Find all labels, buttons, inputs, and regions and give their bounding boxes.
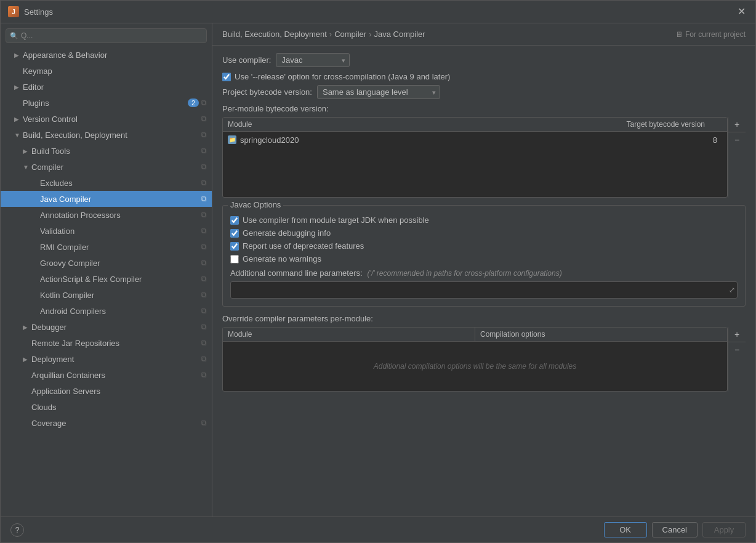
help-button[interactable]: ? <box>10 523 24 537</box>
release-option-label: Use '--release' option for cross-compila… <box>235 72 450 81</box>
table-header: Module Target bytecode version <box>223 118 727 132</box>
report-deprecated-label: Report use of deprecated features <box>243 241 364 251</box>
copy-icon: ⧉ <box>201 291 207 299</box>
override-body: Additional compilation options will be t… <box>223 342 727 391</box>
cmd-params-section: Additional command line parameters: ('/'… <box>230 268 738 299</box>
copy-icon: ⧉ <box>201 307 207 315</box>
override-table-actions: + − <box>728 327 746 392</box>
sidebar-item-arquillian[interactable]: Arquillian Containers ⧉ <box>1 367 212 383</box>
row-module: 📁 springcloud2020 <box>228 135 624 145</box>
report-deprecated-row: Report use of deprecated features <box>230 241 738 251</box>
sidebar-item-plugins[interactable]: Plugins 2 ⧉ <box>1 95 212 111</box>
footer-right: OK Cancel Apply <box>604 522 746 537</box>
expand-arrow: ▶ <box>14 52 23 58</box>
sidebar-item-actionscript[interactable]: ActionScript & Flex Compiler ⧉ <box>1 271 212 287</box>
module-icon: 📁 <box>228 135 236 144</box>
release-option-checkbox[interactable] <box>222 73 231 81</box>
cmd-label-row: Additional command line parameters: ('/'… <box>230 268 738 278</box>
expand-button[interactable]: ⤢ <box>729 286 735 294</box>
apply-button[interactable]: Apply <box>702 522 746 537</box>
sidebar-item-rmi-compiler[interactable]: RMI Compiler ⧉ <box>1 239 212 255</box>
sidebar-item-label: Clouds <box>31 403 207 412</box>
sidebar-item-keymap[interactable]: Keymap <box>1 63 212 79</box>
project-icon: 🖥 <box>675 30 683 39</box>
expand-arrow: ▶ <box>23 324 31 331</box>
sidebar-item-label: Excludes <box>40 179 199 188</box>
override-table: Module Compilation options Additional co… <box>222 327 728 392</box>
report-deprecated-checkbox[interactable] <box>230 242 239 251</box>
sidebar-item-excludes[interactable]: Excludes ⧉ <box>1 175 212 191</box>
search-input[interactable] <box>6 28 207 43</box>
sidebar-item-appearance[interactable]: ▶ Appearance & Behavior <box>1 47 212 63</box>
copy-icon: ⧉ <box>201 259 207 267</box>
sidebar-item-groovy-compiler[interactable]: Groovy Compiler ⧉ <box>1 255 212 271</box>
for-project-text: For current project <box>685 30 746 39</box>
sidebar: 🔍 ▶ Appearance & Behavior Keymap ▶ Edito… <box>1 23 212 517</box>
add-override-button[interactable]: + <box>728 327 746 342</box>
col-module-header: Module <box>228 120 624 129</box>
sidebar-item-editor[interactable]: ▶ Editor <box>1 79 212 95</box>
close-button[interactable]: ✕ <box>735 6 748 18</box>
copy-icon: ⧉ <box>201 355 207 363</box>
project-bytecode-label: Project bytecode version: <box>222 87 312 97</box>
sidebar-item-build-execution[interactable]: ▼ Build, Execution, Deployment ⧉ <box>1 127 212 143</box>
cmd-params-hint: ('/' recommended in paths for cross-plat… <box>368 269 562 278</box>
generate-debug-checkbox[interactable] <box>230 229 239 238</box>
sidebar-item-debugger[interactable]: ▶ Debugger ⧉ <box>1 319 212 335</box>
expand-arrow: ▶ <box>14 116 23 123</box>
sidebar-item-compiler[interactable]: ▼ Compiler ⧉ <box>1 159 212 175</box>
override-section: Override compiler parameters per-module:… <box>222 314 746 392</box>
sidebar-item-version-control[interactable]: ▶ Version Control ⧉ <box>1 111 212 127</box>
panel-content: Use compiler: Javac Eclipse Ajc Use '--r… <box>212 46 755 517</box>
sidebar-item-label: Build Tools <box>31 147 199 156</box>
cmd-input-wrapper: ⤢ <box>230 281 738 299</box>
javac-options-content: Use compiler from module target JDK when… <box>223 206 745 306</box>
ok-button[interactable]: OK <box>604 522 647 537</box>
expand-arrow: ▼ <box>14 132 23 139</box>
module-name: springcloud2020 <box>240 135 299 145</box>
compiler-dropdown[interactable]: Javac Eclipse Ajc <box>276 53 350 67</box>
sidebar-item-kotlin-compiler[interactable]: Kotlin Compiler ⧉ <box>1 287 212 303</box>
sidebar-item-coverage[interactable]: Coverage ⧉ <box>1 415 212 431</box>
sidebar-item-annotation-processors[interactable]: Annotation Processors ⧉ <box>1 207 212 223</box>
override-hint: Additional compilation options will be t… <box>374 362 577 371</box>
sidebar-item-deployment[interactable]: ▶ Deployment ⧉ <box>1 351 212 367</box>
sidebar-item-android-compilers[interactable]: Android Compilers ⧉ <box>1 303 212 319</box>
remove-override-button[interactable]: − <box>728 342 746 357</box>
table-actions: + − <box>728 117 746 198</box>
cancel-button[interactable]: Cancel <box>652 522 698 537</box>
sidebar-item-label: Groovy Compiler <box>40 259 199 268</box>
project-bytecode-dropdown[interactable]: Same as language level 8 11 17 <box>317 85 440 99</box>
sidebar-item-label: Annotation Processors <box>40 211 199 220</box>
use-module-target-row: Use compiler from module target JDK when… <box>230 215 738 225</box>
copy-icon: ⧉ <box>201 419 207 427</box>
dialog-footer: ? OK Cancel Apply <box>1 517 755 542</box>
copy-icon: ⧉ <box>201 243 207 251</box>
sidebar-item-validation[interactable]: Validation ⧉ <box>1 223 212 239</box>
copy-icon: ⧉ <box>201 323 207 331</box>
for-project-label: 🖥 For current project <box>675 30 746 39</box>
breadcrumb-part-1: Build, Execution, Deployment <box>222 30 327 39</box>
sidebar-item-app-servers[interactable]: Application Servers <box>1 383 212 399</box>
sidebar-item-label: Application Servers <box>31 387 207 396</box>
override-table-container: Module Compilation options Additional co… <box>222 327 746 392</box>
sidebar-item-clouds[interactable]: Clouds <box>1 399 212 415</box>
sidebar-item-label: RMI Compiler <box>40 243 199 252</box>
sidebar-item-build-tools[interactable]: ▶ Build Tools ⧉ <box>1 143 212 159</box>
sidebar-item-label: Build, Execution, Deployment <box>23 131 199 140</box>
add-module-button[interactable]: + <box>728 117 746 132</box>
no-warnings-checkbox[interactable] <box>230 255 239 263</box>
cmd-params-input[interactable] <box>230 281 738 299</box>
copy-icon: ⧉ <box>201 371 207 379</box>
remove-module-button[interactable]: − <box>728 132 746 147</box>
table-row[interactable]: 📁 springcloud2020 8 <box>223 132 727 148</box>
sidebar-item-java-compiler[interactable]: Java Compiler ⧉ <box>1 191 212 207</box>
sidebar-item-label: Appearance & Behavior <box>23 50 207 60</box>
use-module-target-checkbox[interactable] <box>230 216 239 225</box>
sidebar-item-label: Validation <box>40 227 199 236</box>
sidebar-item-label: Keymap <box>23 66 207 76</box>
copy-icon: ⧉ <box>201 99 207 107</box>
copy-icon: ⧉ <box>201 147 207 155</box>
row-version: 8 <box>624 135 722 145</box>
sidebar-item-remote-jar[interactable]: Remote Jar Repositories ⧉ <box>1 335 212 351</box>
